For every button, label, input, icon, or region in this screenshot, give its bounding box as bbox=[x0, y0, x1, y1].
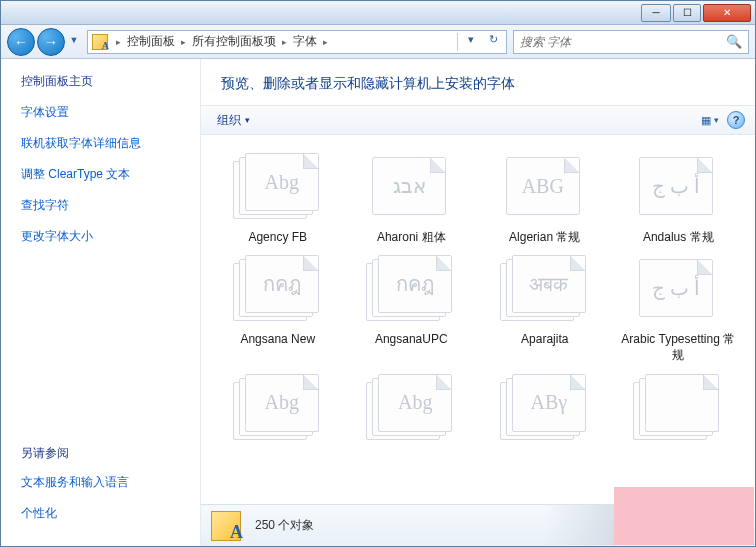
font-name-label: Andalus 常规 bbox=[643, 229, 714, 245]
font-thumbnail: กคฎ bbox=[233, 255, 323, 323]
font-name-label: AngsanaUPC bbox=[375, 331, 448, 347]
chevron-down-icon: ▼ bbox=[70, 35, 79, 45]
title-bar: ─ ☐ ✕ bbox=[1, 1, 755, 25]
font-name-label: Aparajita bbox=[521, 331, 568, 347]
search-box[interactable]: 🔍 bbox=[513, 30, 749, 54]
sidebar-link-find-char[interactable]: 查找字符 bbox=[21, 197, 190, 214]
status-count-text: 250 个对象 bbox=[255, 517, 314, 534]
close-button[interactable]: ✕ bbox=[703, 4, 751, 22]
font-thumbnail: Abg bbox=[233, 153, 323, 221]
sidebar-home-link[interactable]: 控制面板主页 bbox=[21, 73, 190, 90]
font-thumbnail bbox=[633, 374, 723, 438]
back-button[interactable]: ← bbox=[7, 28, 35, 56]
font-thumbnail: أ ب ج bbox=[633, 153, 723, 221]
arrow-left-icon: ← bbox=[14, 34, 28, 50]
fonts-folder-icon bbox=[211, 511, 241, 541]
font-sample-text: अबक bbox=[529, 273, 568, 296]
font-name-label: Algerian 常规 bbox=[509, 229, 580, 245]
history-dropdown[interactable]: ▼ bbox=[67, 28, 81, 52]
chevron-down-icon: ▾ bbox=[468, 33, 474, 45]
maximize-button[interactable]: ☐ bbox=[673, 4, 701, 22]
font-item[interactable]: Abg bbox=[217, 374, 339, 446]
font-thumbnail: אבג bbox=[366, 153, 456, 221]
font-name-label: Agency FB bbox=[248, 229, 307, 245]
font-item[interactable]: กคฎAngsanaUPC bbox=[350, 255, 472, 363]
help-icon: ? bbox=[733, 114, 740, 126]
font-sample-text: أ ب ج bbox=[652, 174, 700, 198]
view-mode-button[interactable]: ▦ ▾ bbox=[701, 114, 719, 127]
font-thumbnail: अबक bbox=[500, 255, 590, 323]
crumb-fonts[interactable]: 字体 bbox=[289, 33, 321, 50]
font-grid: AbgAgency FBאבגAharoni 粗体ABGAlgerian 常规أ… bbox=[201, 135, 755, 504]
minimize-button[interactable]: ─ bbox=[641, 4, 671, 22]
font-name-label: Angsana New bbox=[240, 331, 315, 347]
maximize-icon: ☐ bbox=[683, 7, 692, 18]
font-name-label: Arabic Typesetting 常规 bbox=[618, 331, 738, 363]
font-sample-text: กคฎ bbox=[396, 268, 434, 300]
organize-label: 组织 bbox=[217, 112, 241, 129]
sidebar-link-online-info[interactable]: 联机获取字体详细信息 bbox=[21, 135, 190, 152]
toolbar: 组织 ▾ ▦ ▾ ? bbox=[201, 105, 755, 135]
font-sample-text: ΑΒγ bbox=[530, 391, 567, 414]
address-dropdown[interactable]: ▾ bbox=[462, 33, 480, 51]
sidebar-link-font-size[interactable]: 更改字体大小 bbox=[21, 228, 190, 245]
fonts-folder-icon bbox=[92, 34, 108, 50]
refresh-button[interactable]: ↻ bbox=[484, 33, 502, 51]
font-item[interactable]: Abg bbox=[350, 374, 472, 446]
font-thumbnail: ΑΒγ bbox=[500, 374, 590, 438]
font-item[interactable]: أ ب جArabic Typesetting 常规 bbox=[617, 255, 739, 363]
font-sample-text: אבג bbox=[393, 174, 426, 198]
font-sample-text: ABG bbox=[522, 175, 564, 198]
crumb-sep-icon[interactable]: ▸ bbox=[321, 37, 330, 47]
overlay bbox=[614, 487, 754, 545]
organize-button[interactable]: 组织 ▾ bbox=[211, 110, 256, 131]
crumb-sep-icon[interactable]: ▸ bbox=[114, 37, 123, 47]
close-icon: ✕ bbox=[723, 7, 731, 18]
font-thumbnail: أ ب ج bbox=[633, 255, 723, 323]
sidebar-see-also-heading: 另请参阅 bbox=[21, 445, 190, 462]
font-item[interactable]: AbgAgency FB bbox=[217, 153, 339, 245]
refresh-icon: ↻ bbox=[489, 33, 498, 45]
search-input[interactable] bbox=[520, 35, 726, 49]
font-sample-text: กคฎ bbox=[263, 268, 301, 300]
address-bar[interactable]: ▸ 控制面板 ▸ 所有控制面板项 ▸ 字体 ▸ ▾ ↻ bbox=[87, 30, 507, 54]
font-sample-text: أ ب ج bbox=[652, 276, 700, 300]
content-pane: 预览、删除或者显示和隐藏计算机上安装的字体 组织 ▾ ▦ ▾ ? AbgAgen… bbox=[201, 59, 755, 546]
font-thumbnail: กคฎ bbox=[366, 255, 456, 323]
sidebar-link-cleartype[interactable]: 调整 ClearType 文本 bbox=[21, 166, 190, 183]
font-item[interactable]: ΑΒγ bbox=[484, 374, 606, 446]
crumb-sep-icon[interactable]: ▸ bbox=[280, 37, 289, 47]
font-item[interactable]: أ ب جAndalus 常规 bbox=[617, 153, 739, 245]
crumb-sep-icon[interactable]: ▸ bbox=[179, 37, 188, 47]
font-thumbnail: ABG bbox=[500, 153, 590, 221]
view-grid-icon: ▦ bbox=[701, 114, 711, 127]
crumb-all-items[interactable]: 所有控制面板项 bbox=[188, 33, 280, 50]
font-item[interactable]: अबकAparajita bbox=[484, 255, 606, 363]
search-icon[interactable]: 🔍 bbox=[726, 34, 742, 49]
divider bbox=[457, 33, 458, 51]
arrow-right-icon: → bbox=[44, 34, 58, 50]
font-item[interactable]: กคฎAngsana New bbox=[217, 255, 339, 363]
font-sample-text: Abg bbox=[398, 391, 432, 414]
minimize-icon: ─ bbox=[652, 7, 659, 18]
font-thumbnail: Abg bbox=[366, 374, 456, 438]
font-sample-text: Abg bbox=[265, 391, 299, 414]
help-button[interactable]: ? bbox=[727, 111, 745, 129]
sidebar-link-font-settings[interactable]: 字体设置 bbox=[21, 104, 190, 121]
font-thumbnail: Abg bbox=[233, 374, 323, 438]
sidebar: 控制面板主页 字体设置 联机获取字体详细信息 调整 ClearType 文本 查… bbox=[1, 59, 201, 546]
sidebar-link-text-services[interactable]: 文本服务和输入语言 bbox=[21, 474, 190, 491]
font-item[interactable]: ABGAlgerian 常规 bbox=[484, 153, 606, 245]
chevron-down-icon: ▾ bbox=[245, 115, 250, 125]
font-item[interactable]: אבגAharoni 粗体 bbox=[350, 153, 472, 245]
sidebar-link-personalization[interactable]: 个性化 bbox=[21, 505, 190, 522]
page-title: 预览、删除或者显示和隐藏计算机上安装的字体 bbox=[201, 59, 755, 105]
chevron-down-icon: ▾ bbox=[714, 115, 719, 125]
font-name-label: Aharoni 粗体 bbox=[377, 229, 446, 245]
crumb-control-panel[interactable]: 控制面板 bbox=[123, 33, 179, 50]
nav-toolbar: ← → ▼ ▸ 控制面板 ▸ 所有控制面板项 ▸ 字体 ▸ ▾ ↻ 🔍 bbox=[1, 25, 755, 59]
font-sample-text: Abg bbox=[265, 171, 299, 194]
forward-button[interactable]: → bbox=[37, 28, 65, 56]
font-item[interactable] bbox=[617, 374, 739, 446]
